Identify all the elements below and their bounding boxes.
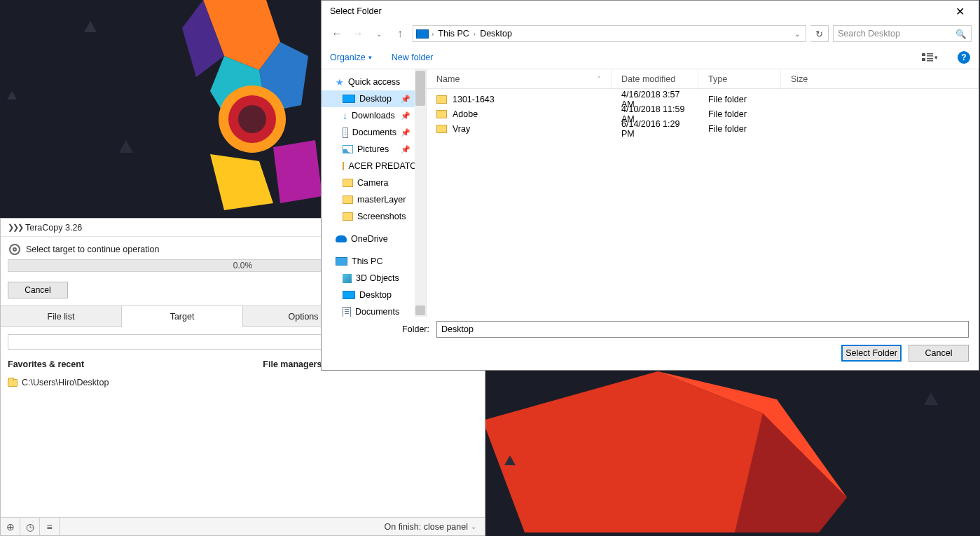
new-folder-button[interactable]: New folder [392,53,434,62]
dialog-toolbar: Organize ▾ New folder ▾ ? [322,46,979,69]
pin-icon: 📌 [401,128,410,137]
folder-input[interactable] [436,321,969,338]
status-text: Select target to continue operation [26,245,159,254]
tree-item-masterlayer[interactable]: masterLayer [322,191,426,208]
column-headers: Name˄ Date modified Type Size [427,69,979,89]
address-dropdown[interactable]: ⌄ [792,30,803,38]
select-folder-button[interactable]: Select Folder [841,345,902,362]
tree-item-pictures[interactable]: Pictures📌 [322,141,426,158]
tree-item-desktop[interactable]: Desktop📌 [322,90,426,107]
svg-marker-6 [210,154,273,210]
add-button[interactable]: ⊕ [1,518,20,535]
tree-item-3d-objects[interactable]: 3D Objects [322,270,426,287]
tree-item-documents[interactable]: Documents [322,303,426,317]
breadcrumb-desktop[interactable]: Desktop [478,29,513,39]
tree-scrollbar[interactable] [415,69,426,317]
dialog-bottom: Folder: Select Folder Cancel [322,317,979,370]
folder-icon [436,95,447,104]
view-icon [922,53,933,62]
sort-indicator-icon: ˄ [598,76,601,83]
breadcrumb-this-pc[interactable]: This PC [436,29,470,39]
svg-point-5 [238,105,266,133]
scrollbar-down[interactable] [415,305,425,315]
chevron-right-icon: › [432,30,434,38]
tree-item-quick-access[interactable]: ★Quick access [322,74,426,90]
svg-marker-14 [119,140,133,153]
column-date[interactable]: Date modified [612,69,698,88]
on-finish-selector[interactable]: On finish: close panel ⌄ [375,522,485,532]
svg-rect-19 [927,53,933,55]
folder-label: Folder: [331,324,429,334]
back-button[interactable]: ← [329,27,345,40]
dialog-navbar: ← → ⌄ ↑ › This PC › Desktop ⌄ ↻ Search D… [322,22,979,46]
navigation-tree: ★Quick accessDesktop📌↓Downloads📌Document… [322,69,427,317]
svg-marker-16 [504,455,516,465]
folder-icon [436,110,447,118]
pin-icon: 📌 [401,145,410,154]
organize-menu[interactable]: Organize ▾ [330,53,372,62]
svg-rect-18 [922,58,925,61]
teracopy-icon: ❯❯❯ [8,223,22,232]
tree-item-screenshots[interactable]: Screenshots [322,208,426,225]
recent-dropdown[interactable]: ⌄ [371,30,387,38]
favorite-path: C:\Users\Hiro\Desktop [22,378,109,387]
forward-button: → [350,27,366,40]
tab-file-list[interactable]: File list [1,306,122,327]
cancel-button[interactable]: Cancel [8,282,68,298]
search-icon: 🔍 [955,29,967,39]
favorites-heading: Favorites & recent [8,359,109,375]
chevron-down-icon: ⌄ [471,523,476,530]
teracopy-title: TeraCopy 3.26 [25,223,82,233]
svg-marker-13 [7,91,17,99]
svg-rect-22 [927,60,933,62]
tree-item-desktop[interactable]: Desktop [322,287,426,303]
column-size[interactable]: Size [781,69,979,88]
file-list-area: Name˄ Date modified Type Size 1301-16434… [427,69,979,317]
scrollbar-thumb[interactable] [415,71,425,106]
file-row[interactable]: 1301-16434/16/2018 3:57 AMFile folder [427,92,979,106]
svg-rect-17 [922,53,925,56]
managers-heading: File managers [263,359,322,375]
svg-marker-7 [273,140,322,203]
teracopy-footer: ⊕ ◷ ≡ On finish: close panel ⌄ [1,517,485,535]
chevron-down-icon: ▾ [368,54,372,61]
address-bar[interactable]: › This PC › Desktop ⌄ [413,25,806,42]
pc-icon [416,29,429,39]
dialog-cancel-button[interactable]: Cancel [909,345,969,362]
select-folder-dialog: Select Folder ✕ ← → ⌄ ↑ › This PC › Desk… [321,0,979,371]
help-button[interactable]: ? [958,51,970,64]
tree-item-downloads[interactable]: ↓Downloads📌 [322,107,426,124]
tree-item-acer-predator[interactable]: ACER PREDATOR [322,158,426,174]
menu-button[interactable]: ≡ [40,518,60,535]
column-type[interactable]: Type [698,69,781,88]
target-icon [9,244,20,255]
svg-marker-15 [924,392,938,405]
file-row[interactable]: Vray6/14/2016 1:29 PMFile folder [427,121,979,136]
search-input[interactable]: Search Desktop 🔍 [833,25,972,42]
svg-rect-20 [927,55,933,57]
folder-icon [436,125,447,133]
tree-item-this-pc[interactable]: This PC [322,253,426,270]
refresh-button[interactable]: ↻ [810,25,829,42]
file-rows: 1301-16434/16/2018 3:57 AMFile folderAdo… [427,89,979,317]
svg-rect-21 [927,58,933,60]
close-button[interactable]: ✕ [950,2,970,21]
dialog-title: Select Folder [330,6,382,16]
favorite-item[interactable]: C:\Users\Hiro\Desktop [8,375,109,387]
column-name[interactable]: Name˄ [427,69,612,88]
svg-marker-12 [84,21,97,32]
chevron-down-icon: ▾ [934,54,938,61]
pin-icon: 📌 [401,95,410,104]
view-options[interactable]: ▾ [922,53,938,62]
file-row[interactable]: Adobe4/10/2018 11:59 AMFile folder [427,106,979,121]
chevron-right-icon: › [474,30,476,38]
progress-percent: 0.0% [233,261,252,270]
tree-item-documents[interactable]: Documents📌 [322,124,426,141]
up-button[interactable]: ↑ [392,27,408,40]
tree-item-camera[interactable]: Camera [322,174,426,191]
tab-target[interactable]: Target [122,306,243,327]
tree-item-onedrive[interactable]: OneDrive [322,231,426,247]
history-button[interactable]: ◷ [20,518,40,535]
pin-icon: 📌 [401,111,410,121]
search-placeholder: Search Desktop [838,29,900,39]
